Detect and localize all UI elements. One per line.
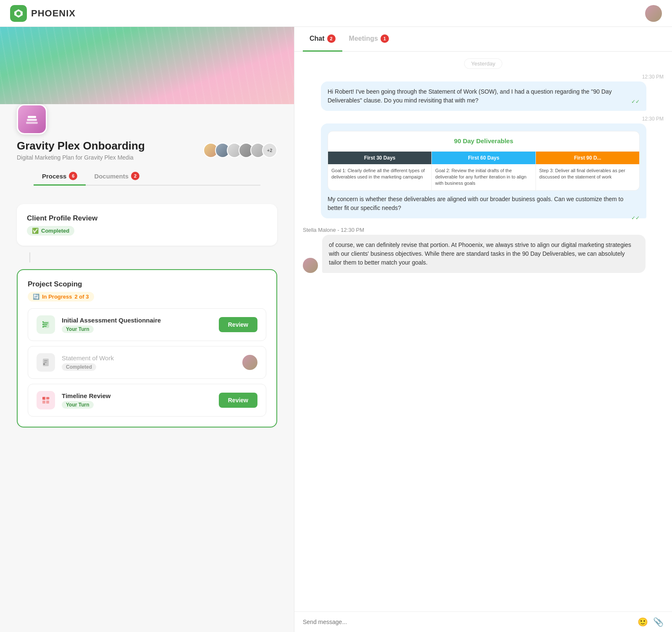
- content-area: Client Profile Review ✅ Completed Projec…: [0, 194, 294, 438]
- attach-button[interactable]: 📎: [653, 617, 664, 627]
- deliverables-title: 90 Day Deliverables: [328, 131, 639, 152]
- right-panel: Chat 2 Meetings 1 Yesterday 12:30 PM Hi …: [294, 27, 672, 632]
- double-check-2: ✓✓: [631, 214, 640, 222]
- top-nav: PHOENIX: [0, 0, 672, 27]
- tab-chat[interactable]: Chat 2: [303, 27, 342, 52]
- section-connector: [29, 252, 30, 262]
- col-body-3: Step 3: Deliver all final deliverables a…: [536, 164, 639, 184]
- chat-tabs: Chat 2 Meetings 1: [294, 27, 672, 52]
- check-icon: ✅: [32, 228, 39, 234]
- process-badge: 6: [69, 172, 77, 180]
- avatar-group: +2: [203, 143, 277, 158]
- reply-row: of course, we can definitely revise that…: [303, 235, 646, 273]
- task-icon-3: [37, 391, 55, 409]
- tab-documents[interactable]: Documents 2: [86, 168, 148, 186]
- reply-avatar: [303, 258, 318, 273]
- status-completed: ✅ Completed: [27, 226, 74, 236]
- svg-rect-2: [26, 122, 38, 124]
- bubble-2: 90 Day Deliverables First 30 Days Goal 1…: [321, 123, 646, 218]
- bubble-1: Hi Robert! I've been going through the S…: [321, 81, 646, 111]
- timestamp-1: 12:30 PM: [321, 74, 664, 80]
- user-avatar[interactable]: [645, 5, 662, 22]
- col-header-1: First 30 Days: [328, 152, 431, 164]
- chat-input-area: 🙂 📎: [294, 611, 672, 632]
- deliverables-card: 90 Day Deliverables First 30 Days Goal 1…: [328, 131, 640, 191]
- project-title: Gravity Plex Onboarding: [17, 139, 145, 152]
- col-header-2: First 60 Days: [432, 152, 535, 164]
- col-header-3: First 90 D...: [536, 152, 639, 164]
- left-panel: Gravity Plex Onboarding Digital Marketin…: [0, 27, 294, 632]
- task-avatar-2: [242, 355, 257, 370]
- task-row-3: Timeline Review Your Turn Review: [28, 384, 266, 417]
- del-col-2: First 60 Days Goal 2: Review the initial…: [432, 152, 536, 190]
- task-name-3: Timeline Review: [62, 392, 212, 399]
- task-sub-3: Your Turn: [62, 401, 94, 409]
- project-subtitle: Digital Marketing Plan for Gravity Plex …: [17, 154, 145, 161]
- emoji-button[interactable]: 🙂: [638, 617, 648, 627]
- svg-rect-3: [27, 119, 37, 121]
- chat-input[interactable]: [303, 619, 633, 625]
- deliverables-cols: First 30 Days Goal 1: Clearly define all…: [328, 152, 639, 190]
- app-name: PHOENIX: [31, 8, 76, 19]
- task-sub-2: Completed: [62, 363, 96, 371]
- logo-icon: [10, 5, 27, 22]
- review-btn-3[interactable]: Review: [219, 393, 257, 408]
- message-incoming-1: Stella Malone - 12:30 PM of course, we c…: [303, 227, 646, 273]
- project-header: Gravity Plex Onboarding Digital Marketin…: [0, 104, 294, 194]
- svg-point-12: [43, 363, 45, 365]
- meetings-badge: 1: [381, 34, 389, 43]
- task-sub-1: Your Turn: [62, 325, 94, 333]
- date-divider: Yesterday: [464, 58, 502, 69]
- sender-name: Stella Malone - 12:30 PM: [303, 227, 646, 233]
- task-row-2: Statement of Work Completed: [28, 346, 266, 379]
- col-body-2: Goal 2: Review the initial drafts of the…: [432, 164, 535, 190]
- bubble-incoming: of course, we can definitely revise that…: [322, 235, 646, 273]
- task-info-1: Initial Assessment Questionnaire Your Tu…: [62, 317, 212, 333]
- status-inprogress: 🔄 In Progress 2 of 3: [28, 292, 94, 302]
- task-list: Initial Assessment Questionnaire Your Tu…: [28, 308, 266, 417]
- svg-rect-16: [46, 401, 49, 404]
- section-title-scoping: Project Scoping: [28, 280, 266, 288]
- svg-rect-6: [42, 321, 44, 323]
- task-name-1: Initial Assessment Questionnaire: [62, 317, 212, 324]
- col-body-1: Goal 1: Clearly define all the different…: [328, 164, 431, 184]
- double-check-1: ✓✓: [631, 98, 640, 105]
- review-btn-1[interactable]: Review: [219, 317, 257, 332]
- section-title-client: Client Profile Review: [27, 214, 267, 223]
- task-info-2: Statement of Work Completed: [62, 354, 236, 371]
- del-col-1: First 30 Days Goal 1: Clearly define all…: [328, 152, 432, 190]
- svg-rect-8: [42, 326, 44, 328]
- message-outgoing-2: 12:30 PM 90 Day Deliverables First 30 Da…: [321, 116, 664, 222]
- section-project-scoping: Project Scoping 🔄 In Progress 2 of 3: [17, 269, 277, 427]
- svg-rect-11: [44, 362, 47, 363]
- progress-icon: 🔄: [33, 294, 39, 300]
- svg-rect-4: [28, 116, 36, 118]
- task-name-2: Statement of Work: [62, 354, 236, 362]
- avatar-more: +2: [262, 143, 277, 158]
- project-icon: [17, 104, 47, 134]
- message-outgoing-1: 12:30 PM Hi Robert! I've been going thro…: [321, 74, 664, 111]
- process-tabs: Process 6 Documents 2: [34, 168, 260, 186]
- del-col-3: First 90 D... Step 3: Deliver all final …: [536, 152, 639, 190]
- task-info-3: Timeline Review Your Turn: [62, 392, 212, 409]
- svg-rect-10: [44, 360, 47, 361]
- svg-rect-7: [42, 324, 44, 325]
- follow-text: My concern is whether these deliverables…: [328, 195, 640, 212]
- chat-badge: 2: [327, 34, 336, 43]
- tab-meetings[interactable]: Meetings 1: [342, 27, 396, 52]
- documents-badge: 2: [131, 172, 139, 180]
- task-icon-2: [37, 353, 55, 372]
- svg-point-1: [16, 11, 21, 16]
- timestamp-2: 12:30 PM: [321, 116, 664, 122]
- section-client-profile: Client Profile Review ✅ Completed: [17, 204, 277, 246]
- logo-area: PHOENIX: [10, 5, 76, 22]
- chat-messages: Yesterday 12:30 PM Hi Robert! I've been …: [294, 52, 672, 611]
- svg-rect-15: [42, 401, 45, 404]
- status-detail: 2 of 3: [75, 294, 89, 300]
- task-icon-1: [37, 315, 55, 334]
- task-row-1: Initial Assessment Questionnaire Your Tu…: [28, 308, 266, 341]
- tab-process[interactable]: Process 6: [34, 168, 86, 186]
